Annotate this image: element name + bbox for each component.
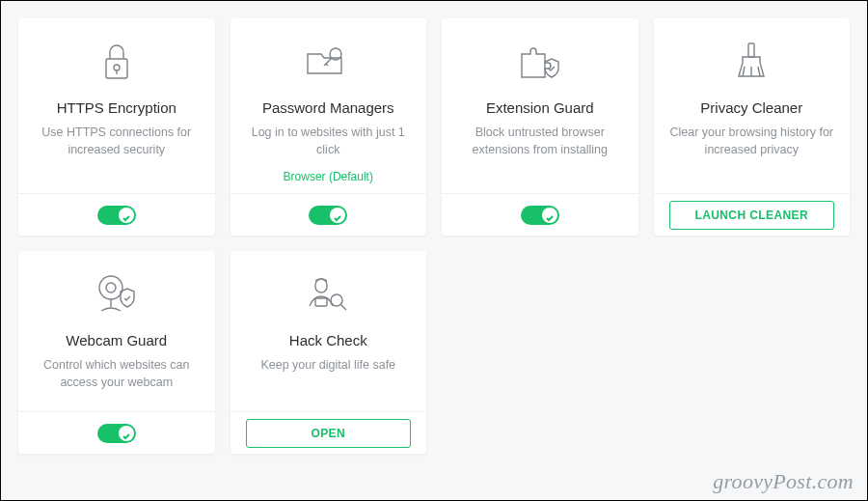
svg-point-1 xyxy=(114,65,120,70)
webcam-shield-icon xyxy=(94,268,140,320)
card-description: Control which websites can access your w… xyxy=(34,356,200,391)
card-body: HTTPS Encryption Use HTTPS connections f… xyxy=(18,18,215,193)
check-icon xyxy=(122,209,131,219)
card-webcam-guard: Webcam Guard Control which websites can … xyxy=(18,251,215,454)
card-privacy-cleaner: Privacy Cleaner Clear your browsing hist… xyxy=(654,18,851,236)
hacker-search-icon xyxy=(304,268,352,320)
card-title: Extension Guard xyxy=(486,99,594,116)
svg-rect-13 xyxy=(315,298,327,306)
card-footer: LAUNCH CLEANER xyxy=(654,193,851,236)
card-title: HTTPS Encryption xyxy=(57,99,176,116)
card-description: Block untrusted browser extensions from … xyxy=(457,124,623,158)
card-description: Keep your digital life safe xyxy=(260,356,395,374)
card-extra-label: Browser (Default) xyxy=(284,170,373,183)
open-button[interactable]: OPEN xyxy=(246,419,412,448)
card-https-encryption: HTTPS Encryption Use HTTPS connections f… xyxy=(18,18,215,236)
card-body: Webcam Guard Control which websites can … xyxy=(18,251,215,411)
card-description: Clear your browsing history for increase… xyxy=(669,124,835,158)
brush-icon xyxy=(733,36,770,88)
svg-line-5 xyxy=(326,64,328,66)
svg-point-10 xyxy=(99,276,122,299)
card-title: Password Managers xyxy=(262,99,394,116)
card-footer xyxy=(18,411,215,454)
card-body: Hack Check Keep your digital life safe xyxy=(231,251,427,411)
toggle-https-encryption[interactable] xyxy=(97,206,136,225)
card-body: Privacy Cleaner Clear your browsing hist… xyxy=(654,18,851,193)
card-description: Use HTTPS connections for increased secu… xyxy=(34,124,200,158)
card-hack-check: Hack Check Keep your digital life safe O… xyxy=(231,251,427,454)
toggle-password-managers[interactable] xyxy=(309,206,347,225)
svg-rect-6 xyxy=(748,43,754,57)
check-icon xyxy=(122,428,131,437)
card-footer xyxy=(231,193,427,236)
card-footer xyxy=(18,193,215,236)
svg-line-9 xyxy=(758,67,760,76)
toggle-extension-guard[interactable] xyxy=(521,206,559,225)
card-footer xyxy=(442,193,638,236)
card-description: Log in to websites with just 1 click xyxy=(246,124,412,158)
svg-point-11 xyxy=(106,283,116,292)
card-body: Extension Guard Block untrusted browser … xyxy=(442,18,638,193)
check-icon xyxy=(333,209,342,219)
svg-line-7 xyxy=(743,67,745,76)
card-title: Webcam Guard xyxy=(66,332,167,348)
card-body: Password Managers Log in to websites wit… xyxy=(231,18,427,193)
svg-line-15 xyxy=(340,304,346,310)
card-footer: OPEN xyxy=(231,411,427,454)
watermark: groovyPost.com xyxy=(713,469,854,494)
svg-line-4 xyxy=(324,58,332,66)
card-title: Hack Check xyxy=(289,332,367,348)
launch-cleaner-button[interactable]: LAUNCH CLEANER xyxy=(669,201,835,230)
toggle-webcam-guard[interactable] xyxy=(97,424,136,443)
check-icon xyxy=(545,209,555,219)
svg-rect-0 xyxy=(106,59,127,78)
lock-icon xyxy=(99,36,134,88)
feature-grid: HTTPS Encryption Use HTTPS connections f… xyxy=(18,18,850,454)
card-extension-guard: Extension Guard Block untrusted browser … xyxy=(442,18,638,236)
card-title: Privacy Cleaner xyxy=(700,99,802,116)
puzzle-shield-icon xyxy=(516,36,564,88)
card-password-managers: Password Managers Log in to websites wit… xyxy=(231,18,427,236)
key-folder-icon xyxy=(305,36,351,88)
